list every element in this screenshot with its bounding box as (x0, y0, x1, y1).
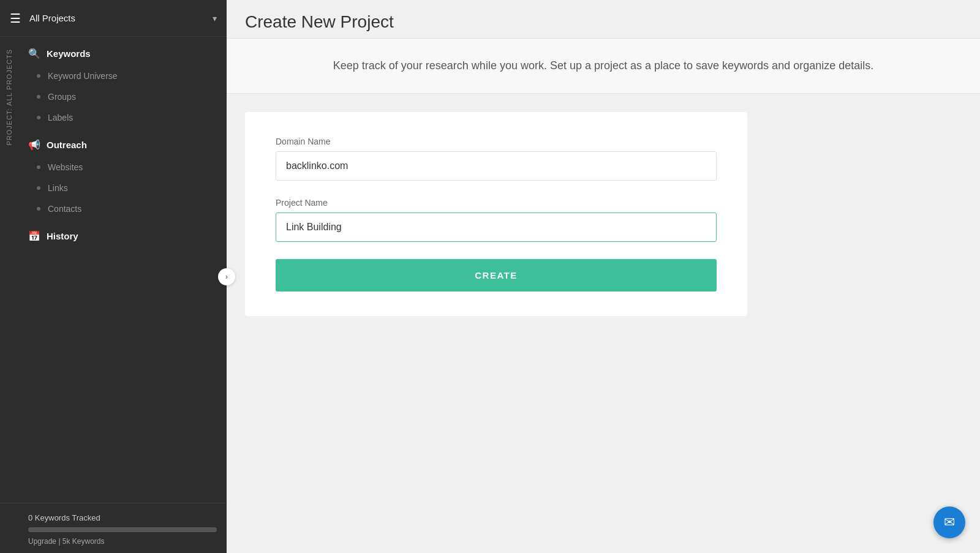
create-button[interactable]: CREATE (276, 259, 717, 292)
nav-section-outreach: 📢 Outreach Websites Links Contacts (18, 133, 227, 219)
keywords-label: Keywords (47, 48, 91, 59)
vertical-project-label: Project: All Projects (6, 49, 13, 146)
keywords-tracked-label: 0 Keywords Tracked (28, 513, 217, 522)
sidebar-footer: 0 Keywords Tracked Upgrade | 5k Keywords (0, 503, 227, 553)
create-project-form: Domain Name Project Name CREATE (245, 112, 747, 316)
dot-icon (37, 116, 40, 119)
sidebar-collapse-toggle[interactable]: › (218, 268, 235, 285)
vertical-label-bar: Project: All Projects (0, 37, 18, 553)
chat-icon: ✉ (944, 514, 955, 530)
chat-bubble-button[interactable]: ✉ (933, 506, 965, 538)
outreach-label: Outreach (47, 140, 87, 150)
dot-icon (37, 95, 40, 99)
domain-label: Domain Name (276, 137, 717, 146)
nav-history-header[interactable]: 📅 History (18, 224, 227, 248)
project-name-input[interactable] (276, 213, 717, 242)
nav-keywords-header[interactable]: 🔍 Keywords (18, 42, 227, 66)
upgrade-text: Upgrade (28, 537, 56, 546)
sidebar-item-contacts[interactable]: Contacts (18, 198, 227, 219)
nav-section-history: 📅 History (18, 224, 227, 248)
page-header: Create New Project (227, 0, 980, 39)
page-body: Keep track of your research while you wo… (227, 39, 980, 553)
dot-icon (37, 207, 40, 211)
domain-input[interactable] (276, 151, 717, 181)
outreach-icon: 📢 (28, 139, 40, 151)
nav-outreach-header[interactable]: 📢 Outreach (18, 133, 227, 157)
project-form-group: Project Name (276, 198, 717, 242)
sidebar-item-groups[interactable]: Groups (18, 86, 227, 107)
sidebar-header: ☰ All Projects ▾ (0, 0, 227, 37)
sidebar-nav: 🔍 Keywords Keyword Universe Groups Label… (18, 37, 227, 503)
history-icon: 📅 (28, 230, 40, 242)
separator: | (58, 537, 60, 546)
dot-icon (37, 165, 40, 169)
sidebar-item-keyword-universe[interactable]: Keyword Universe (18, 66, 227, 86)
keywords-progress-bar (28, 527, 217, 532)
upgrade-link[interactable]: Upgrade | 5k Keywords (28, 537, 217, 546)
description-text: Keep track of your research while you wo… (333, 59, 873, 72)
keywords-limit: 5k Keywords (62, 537, 105, 546)
keywords-icon: 🔍 (28, 48, 40, 59)
domain-form-group: Domain Name (276, 137, 717, 181)
project-selector[interactable]: All Projects ▾ (29, 13, 217, 23)
sidebar-item-websites[interactable]: Websites (18, 157, 227, 178)
sidebar-item-labels[interactable]: Labels (18, 107, 227, 128)
sidebar: ☰ All Projects ▾ Project: All Projects 🔍… (0, 0, 227, 553)
project-selector-label: All Projects (29, 13, 75, 23)
sidebar-item-links[interactable]: Links (18, 178, 227, 198)
collapse-arrow-icon: › (225, 272, 228, 281)
history-label: History (47, 231, 78, 241)
chevron-down-icon: ▾ (213, 13, 217, 23)
nav-section-keywords: 🔍 Keywords Keyword Universe Groups Label… (18, 42, 227, 128)
dot-icon (37, 74, 40, 78)
page-title: Create New Project (245, 12, 962, 32)
project-label: Project Name (276, 198, 717, 208)
main-content: Create New Project Keep track of your re… (227, 0, 980, 553)
description-banner: Keep track of your research while you wo… (227, 39, 980, 94)
dot-icon (37, 186, 40, 190)
hamburger-icon[interactable]: ☰ (10, 11, 21, 26)
